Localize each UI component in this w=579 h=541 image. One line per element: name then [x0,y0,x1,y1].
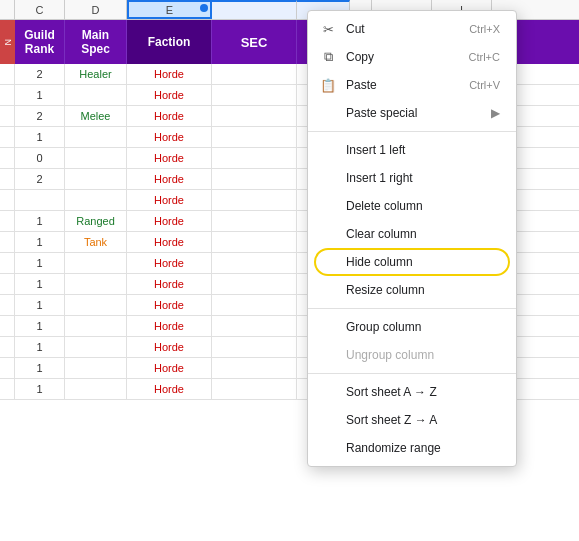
menu-item-resize-column[interactable]: Resize column [308,276,516,304]
rank-cell: 1 [15,211,65,232]
spec-cell [65,337,127,358]
spec-cell: Melee [65,106,127,127]
spec-cell [65,316,127,337]
faction-cell: Horde [127,295,212,316]
rank-cell: 1 [15,253,65,274]
menu-separator-2 [308,308,516,309]
menu-item-hide-column-label: Hide column [346,255,413,269]
spec-cell [65,379,127,400]
copy-icon: ⧉ [320,49,336,65]
menu-item-paste[interactable]: 📋 Paste Ctrl+V [308,71,516,99]
menu-separator-1 [308,131,516,132]
paste-special-arrow: ▶ [491,106,500,120]
row-num [0,64,15,85]
menu-item-insert-right[interactable]: Insert 1 right [308,164,516,192]
menu-item-sort-za[interactable]: Sort sheet Z → A [308,406,516,434]
menu-item-randomize[interactable]: Randomize range [308,434,516,462]
rank-cell: 2 [15,106,65,127]
rank-cell [15,190,65,211]
faction-cell: Horde [127,316,212,337]
sec-cell [212,211,297,232]
col-header-f[interactable] [212,0,297,19]
sec-cell [212,358,297,379]
menu-item-copy-label: Copy [346,50,374,64]
rank-cell: 1 [15,274,65,295]
faction-cell: Horde [127,358,212,379]
spec-cell: Tank [65,232,127,253]
sec-cell [212,127,297,148]
group-column-icon [320,319,336,335]
row-num [0,274,15,295]
sec-cell [212,169,297,190]
spec-cell [65,190,127,211]
menu-item-randomize-label: Randomize range [346,441,441,455]
menu-item-sort-az[interactable]: Sort sheet A → Z [308,378,516,406]
faction-cell: Horde [127,232,212,253]
faction-cell: Horde [127,106,212,127]
selected-dot [200,4,208,12]
faction-cell: Horde [127,85,212,106]
spec-cell [65,295,127,316]
faction-cell: Horde [127,337,212,358]
row-num [0,85,15,106]
menu-item-hide-column[interactable]: Hide column [308,248,516,276]
faction-cell: Horde [127,64,212,85]
col-header-e[interactable]: E [127,0,212,19]
rank-cell: 1 [15,358,65,379]
faction-cell: Horde [127,190,212,211]
faction-cell: Horde [127,127,212,148]
paste-special-icon [320,105,336,121]
sec-cell [212,232,297,253]
menu-item-delete-column[interactable]: Delete column [308,192,516,220]
rank-cell: 2 [15,169,65,190]
menu-item-cut[interactable]: ✂ Cut Ctrl+X [308,15,516,43]
faction-cell: Horde [127,148,212,169]
sec-cell [212,295,297,316]
rank-cell: 1 [15,316,65,337]
rank-cell: 0 [15,148,65,169]
ungroup-column-icon [320,347,336,363]
cut-shortcut: Ctrl+X [469,23,500,35]
menu-item-group-column-label: Group column [346,320,421,334]
menu-item-clear-column[interactable]: Clear column [308,220,516,248]
spec-cell [65,148,127,169]
sec-cell [212,379,297,400]
menu-item-copy[interactable]: ⧉ Copy Ctrl+C [308,43,516,71]
sec-cell [212,64,297,85]
cut-icon: ✂ [320,21,336,37]
insert-left-icon [320,142,336,158]
col-header-d[interactable]: D [65,0,127,19]
faction-cell: Horde [127,379,212,400]
rank-cell: 1 [15,232,65,253]
col-header-c[interactable]: C [15,0,65,19]
sec-cell [212,106,297,127]
spec-cell [65,169,127,190]
insert-right-icon [320,170,336,186]
rank-cell: 2 [15,64,65,85]
faction-cell: Horde [127,253,212,274]
sec-header: SEC [212,20,297,64]
red-bar-text: N [3,39,13,46]
resize-column-icon [320,282,336,298]
menu-separator-3 [308,373,516,374]
menu-item-sort-za-label: Sort sheet Z → A [346,413,437,427]
copy-shortcut: Ctrl+C [469,51,500,63]
menu-item-ungroup-column[interactable]: Ungroup column [308,341,516,369]
row-num [0,148,15,169]
menu-item-ungroup-column-label: Ungroup column [346,348,434,362]
menu-item-insert-left[interactable]: Insert 1 left [308,136,516,164]
main-spec-header: Main Spec [65,20,127,64]
menu-item-insert-right-label: Insert 1 right [346,171,413,185]
spec-cell [65,274,127,295]
rank-cell: 1 [15,379,65,400]
faction-cell: Horde [127,169,212,190]
row-num [0,106,15,127]
row-num [0,211,15,232]
menu-item-insert-left-label: Insert 1 left [346,143,405,157]
faction-header: Faction [127,20,212,64]
spec-cell: Healer [65,64,127,85]
menu-item-group-column[interactable]: Group column [308,313,516,341]
rank-cell: 1 [15,337,65,358]
menu-item-paste-special[interactable]: Paste special ▶ [308,99,516,127]
paste-shortcut: Ctrl+V [469,79,500,91]
